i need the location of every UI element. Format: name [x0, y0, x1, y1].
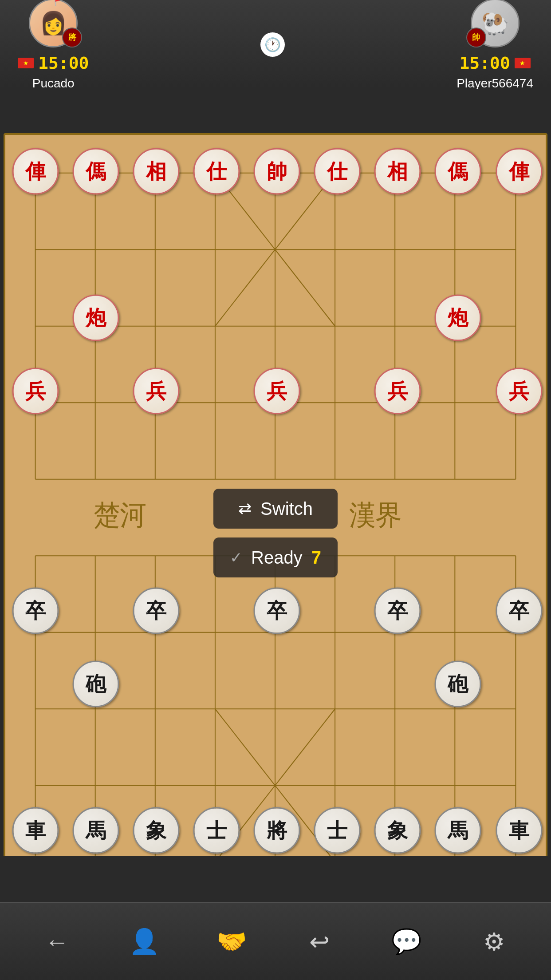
piece-red-5-0[interactable]: 仕 [314, 148, 361, 195]
piece-red-6-4[interactable]: 兵 [374, 368, 421, 415]
switch-button[interactable]: ⇄ Switch [213, 489, 338, 529]
piece-red-6-0[interactable]: 相 [374, 148, 421, 195]
ready-label: Ready [251, 548, 303, 568]
piece-red-8-4[interactable]: 兵 [496, 368, 543, 415]
back-icon: ← [45, 928, 69, 956]
settings-button[interactable]: ⚙ [472, 920, 516, 964]
piece-red-0-0[interactable]: 俥 [12, 148, 59, 195]
game-board: .gridline { stroke: #8B6914; stroke-widt… [4, 133, 547, 902]
clock-center: 🕐 [260, 32, 285, 57]
piece-black-5-9[interactable]: 士 [314, 807, 361, 854]
piece-black-0-9[interactable]: 車 [12, 807, 59, 854]
piece-black-8-9[interactable]: 車 [496, 807, 543, 854]
ready-button[interactable]: ✓ Ready 7 [213, 537, 338, 577]
dark-spacer-top [0, 89, 551, 135]
dark-spacer-bottom [0, 856, 551, 902]
bottom-toolbar: ← 👤 🤝 ↩ 💬 ⚙ [0, 902, 551, 980]
player1-name: Pucado [32, 76, 75, 91]
piece-red-2-0[interactable]: 相 [133, 148, 180, 195]
piece-red-4-0[interactable]: 帥 [254, 148, 300, 195]
undo-button[interactable]: ↩ [297, 920, 342, 964]
svg-text:楚河: 楚河 [94, 500, 146, 531]
handshake-icon: 🤝 [216, 927, 247, 956]
player1-vn-flag [18, 58, 34, 68]
piece-black-6-6[interactable]: 卒 [374, 588, 421, 634]
piece-black-1-7[interactable]: 砲 [73, 661, 119, 707]
piece-black-4-9[interactable]: 將 [254, 807, 300, 854]
piece-black-0-6[interactable]: 卒 [12, 588, 59, 634]
piece-red-7-2[interactable]: 炮 [435, 295, 481, 341]
svg-text:漢界: 漢界 [349, 500, 402, 531]
player1-info: 👩 將 🚩 15:00 Pucado [18, 0, 89, 91]
player1-timer: 15:00 [38, 53, 89, 73]
piece-red-4-4[interactable]: 兵 [254, 368, 300, 415]
ready-number: 7 [311, 548, 321, 568]
person-icon: 👤 [129, 927, 160, 956]
ready-icon: ✓ [230, 549, 242, 566]
chat-icon: 💬 [391, 927, 422, 956]
person-button[interactable]: 👤 [122, 920, 167, 964]
piece-black-3-9[interactable]: 士 [193, 807, 240, 854]
handshake-button[interactable]: 🤝 [210, 920, 254, 964]
piece-black-2-6[interactable]: 卒 [133, 588, 180, 634]
switch-label: Switch [260, 499, 313, 519]
piece-black-6-9[interactable]: 象 [374, 807, 421, 854]
chat-button[interactable]: 💬 [385, 920, 429, 964]
player2-rank-badge: 帥 [466, 28, 486, 47]
piece-black-2-9[interactable]: 象 [133, 807, 180, 854]
switch-icon: ⇄ [238, 499, 252, 518]
piece-red-1-2[interactable]: 炮 [73, 295, 119, 341]
clock-icon: 🕐 [264, 37, 281, 52]
player2-name: Player566474 [457, 76, 533, 91]
settings-icon: ⚙ [483, 928, 505, 956]
app-container: 👩 將 🚩 15:00 Pucado 🕐 [0, 0, 551, 980]
player2-info: 帥 🐏 15:00 Player566474 [457, 0, 533, 91]
back-button[interactable]: ← [35, 920, 79, 964]
player2-timer: 15:00 [459, 53, 510, 73]
piece-red-0-4[interactable]: 兵 [12, 368, 59, 415]
piece-black-8-6[interactable]: 卒 [496, 588, 543, 634]
piece-black-7-7[interactable]: 砲 [435, 661, 481, 707]
piece-red-2-4[interactable]: 兵 [133, 368, 180, 415]
piece-black-4-6[interactable]: 卒 [254, 588, 300, 634]
player1-rank-badge: 將 [62, 28, 82, 47]
player2-vn-flag [515, 58, 531, 68]
piece-black-7-9[interactable]: 馬 [435, 807, 481, 854]
piece-red-3-0[interactable]: 仕 [193, 148, 240, 195]
piece-red-7-0[interactable]: 傌 [435, 148, 481, 195]
overlay-buttons: ⇄ Switch ✓ Ready 7 [213, 489, 338, 577]
undo-icon: ↩ [309, 928, 330, 956]
player1-flag: 🚩 [53, 0, 65, 7]
piece-red-8-0[interactable]: 俥 [496, 148, 543, 195]
piece-black-1-9[interactable]: 馬 [73, 807, 119, 854]
piece-red-1-0[interactable]: 傌 [73, 148, 119, 195]
header: 👩 將 🚩 15:00 Pucado 🕐 [0, 0, 551, 89]
